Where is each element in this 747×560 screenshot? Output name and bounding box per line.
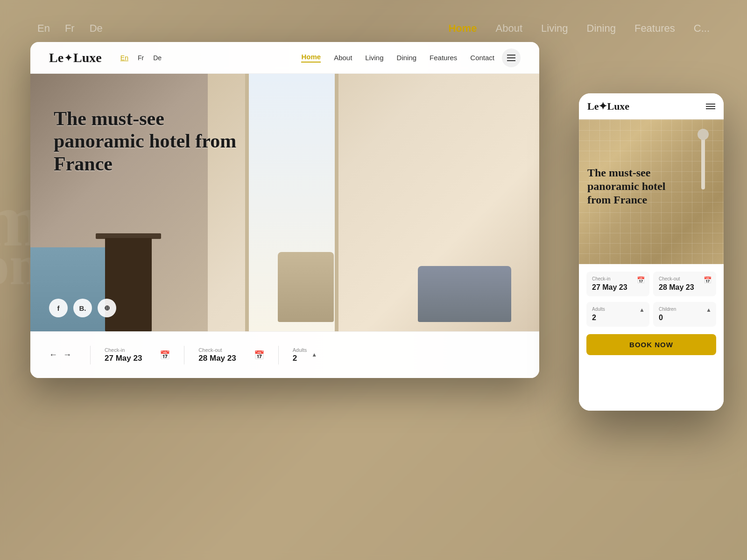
checkout-value: 28 May 23: [198, 354, 236, 363]
mobile-adults-chevron[interactable]: ▲: [639, 307, 645, 314]
prev-arrow[interactable]: ←: [49, 350, 57, 360]
mobile-children-label: Children: [659, 307, 711, 312]
separator-2: [184, 346, 184, 364]
checkin-value: 27 May 23: [105, 354, 142, 363]
desktop-booking-bar: ← → Check-in 27 May 23 📅 Check-out 28 Ma…: [30, 331, 539, 378]
mobile-checkin-field[interactable]: Check-in 27 May 23 📅: [586, 272, 649, 296]
mobile-hero-heading: The must-see panoramic hotel from France: [587, 166, 681, 206]
social-icons: f B. ⊕: [49, 299, 116, 317]
adults-field[interactable]: Adults 2 ▲: [293, 347, 317, 363]
mobile-navbar: Le✦Luxe: [579, 93, 724, 119]
sofa-shape: [418, 266, 511, 322]
bg-nav-links: Home About Living Dining Features C...: [448, 22, 710, 35]
tripadvisor-icon[interactable]: ⊕: [98, 299, 116, 317]
mobile-children-value: 0: [659, 314, 711, 322]
nav-living[interactable]: Living: [365, 54, 383, 62]
bg-nav-features: Features: [634, 22, 675, 35]
bg-nav-home: Home: [448, 22, 477, 35]
mobile-dates-row: Check-in 27 May 23 📅 Check-out 28 May 23…: [586, 272, 716, 296]
separator-1: [90, 346, 91, 364]
mobile-checkout-calendar-icon[interactable]: 📅: [704, 276, 712, 284]
lang-fr[interactable]: Fr: [138, 54, 144, 62]
mobile-children-field[interactable]: Children 0 ▲: [653, 302, 716, 327]
mobile-hero-text: The must-see panoramic hotel from France: [587, 166, 681, 206]
bg-nav-contact: C...: [694, 22, 710, 35]
adults-label: Adults: [293, 347, 307, 353]
bg-nav-dining: Dining: [587, 22, 616, 35]
desktop-nav-links: Home About Living Dining Features Contac…: [176, 53, 494, 63]
mobile-checkout-field[interactable]: Check-out 28 May 23 📅: [653, 272, 716, 296]
shower-fixture: [701, 133, 705, 189]
room-scene-right: [208, 74, 539, 331]
next-arrow[interactable]: →: [63, 350, 71, 360]
checkin-calendar-icon[interactable]: 📅: [160, 350, 170, 360]
booking-icon[interactable]: B.: [73, 299, 92, 317]
bg-nav-lang: En Fr De: [37, 22, 103, 35]
nav-features[interactable]: Features: [430, 54, 457, 62]
mobile-adults-value: 2: [592, 314, 644, 322]
hamburger-menu[interactable]: [502, 49, 521, 67]
mobile-checkin-label: Check-in: [592, 276, 644, 281]
mobile-logo-star: ✦: [599, 100, 607, 112]
desktop-navbar: Le✦Luxe En Fr De Home About Living Dinin…: [30, 42, 539, 74]
table-shape: [105, 238, 152, 331]
bg-nav-about: About: [496, 22, 523, 35]
separator-3: [278, 346, 279, 364]
mobile-checkin-calendar-icon[interactable]: 📅: [637, 276, 645, 284]
bg-lang-fr: Fr: [65, 22, 75, 35]
hero-heading: The must-see panoramic hotel from France: [54, 107, 250, 175]
book-now-button[interactable]: BOOK NOW: [586, 334, 716, 355]
mobile-hamburger[interactable]: [706, 104, 715, 109]
mobile-children-chevron[interactable]: ▲: [706, 307, 712, 314]
background-nav: En Fr De Home About Living Dining Featur…: [0, 22, 747, 35]
mobile-hamburger-line-3: [706, 108, 715, 109]
desktop-logo: Le✦Luxe: [49, 50, 102, 65]
mobile-hamburger-line-2: [706, 106, 715, 107]
hamburger-line-3: [507, 60, 515, 61]
checkout-label: Check-out: [198, 347, 236, 353]
bg-nav-living: Living: [541, 22, 568, 35]
hamburger-line-2: [507, 57, 515, 58]
mobile-checkin-value: 27 May 23: [592, 283, 644, 292]
logo-star-left: ✦: [64, 52, 72, 63]
bg-lang-de: De: [90, 22, 103, 35]
desktop-lang-switcher: En Fr De: [120, 54, 162, 62]
checkin-label: Check-in: [105, 347, 142, 353]
mobile-hamburger-line-1: [706, 104, 715, 105]
mobile-mockup: Le✦Luxe The must-see panoramic hotel fro…: [579, 93, 724, 411]
hamburger-line-1: [507, 55, 515, 56]
checkout-field[interactable]: Check-out 28 May 23: [198, 347, 236, 363]
mobile-adults-label: Adults: [592, 307, 644, 312]
checkin-field[interactable]: Check-in 27 May 23: [105, 347, 142, 363]
mobile-checkout-value: 28 May 23: [659, 283, 711, 292]
desktop-hero: [30, 42, 539, 378]
nav-arrows: ← →: [49, 350, 71, 360]
mobile-booking-form: Check-in 27 May 23 📅 Check-out 28 May 23…: [579, 264, 724, 411]
nav-home[interactable]: Home: [301, 53, 321, 63]
mobile-checkout-label: Check-out: [659, 276, 711, 281]
bg-lang-en: En: [37, 22, 50, 35]
mobile-hero: The must-see panoramic hotel from France: [579, 119, 724, 264]
hero-text: The must-see panoramic hotel from France: [54, 107, 250, 175]
nav-about[interactable]: About: [334, 54, 352, 62]
lang-de[interactable]: De: [153, 54, 162, 62]
adults-chevron-up[interactable]: ▲: [311, 351, 317, 358]
chair-shape: [278, 252, 334, 322]
lang-en[interactable]: En: [120, 54, 128, 62]
mobile-adults-field[interactable]: Adults 2 ▲: [586, 302, 649, 327]
desktop-mockup: Le✦Luxe En Fr De Home About Living Dinin…: [30, 42, 539, 378]
mobile-logo: Le✦Luxe: [587, 100, 706, 112]
nav-contact[interactable]: Contact: [470, 54, 494, 62]
facebook-icon[interactable]: f: [49, 299, 68, 317]
mobile-guests-row: Adults 2 ▲ Children 0 ▲: [586, 302, 716, 327]
nav-dining[interactable]: Dining: [397, 54, 417, 62]
adults-value: 2: [293, 354, 307, 363]
checkout-calendar-icon[interactable]: 📅: [254, 350, 264, 360]
